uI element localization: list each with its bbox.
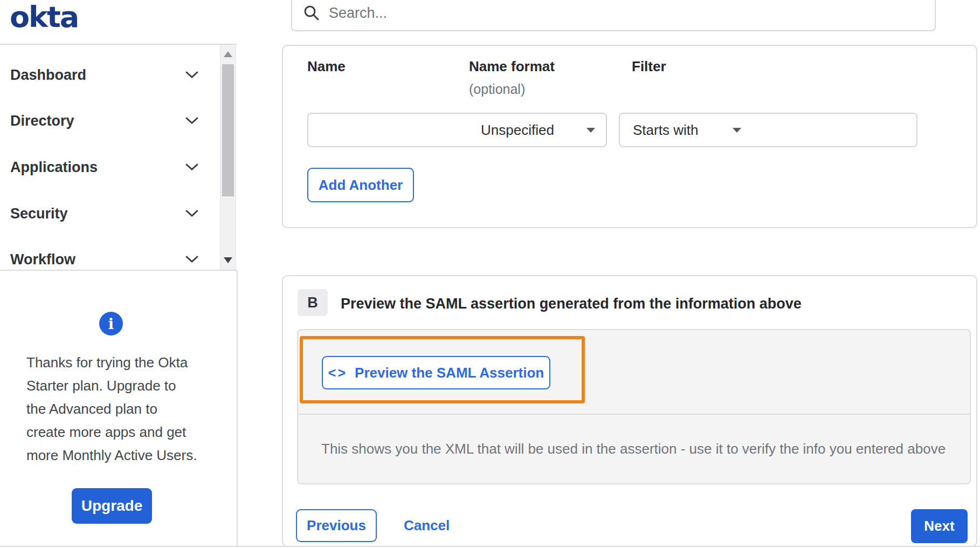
attribute-statements-card: Name Name format (optional) Filter Unspe… <box>282 45 977 228</box>
chevron-down-icon <box>185 117 199 125</box>
caret-down-icon <box>586 128 595 133</box>
code-icon: <> <box>328 365 347 381</box>
name-format-optional-label: (optional) <box>469 81 525 97</box>
chevron-down-icon <box>185 209 199 218</box>
sidebar-item-label: Dashboard <box>10 67 86 84</box>
sidebar-item-directory[interactable]: Directory <box>10 104 199 138</box>
filter-operator-selected-value: Starts with <box>633 122 698 139</box>
name-column-header: Name <box>307 58 346 75</box>
promo-line: the Advanced plan to <box>26 398 212 421</box>
section-b-badge: B <box>298 289 328 316</box>
filter-operator-select[interactable]: Starts with <box>619 113 753 147</box>
scroll-down-icon[interactable] <box>224 257 232 263</box>
preview-panel: <> Preview the SAML Assertion This shows… <box>297 329 971 484</box>
preview-caption: This shows you the XML that will be used… <box>298 441 946 457</box>
previous-button[interactable]: Previous <box>296 509 377 542</box>
chevron-down-icon <box>185 255 199 264</box>
promo-line: create more apps and get <box>26 421 212 444</box>
promo-line: Thanks for trying the Okta <box>26 351 212 374</box>
sidebar-item-label: Workflow <box>10 251 75 268</box>
chevron-down-icon <box>185 71 199 79</box>
filter-column-header: Filter <box>632 58 666 75</box>
section-heading: Preview the SAML assertion generated fro… <box>341 296 802 312</box>
sidebar-item-label: Applications <box>10 159 98 176</box>
promo-text: Thanks for trying the Okta Starter plan.… <box>26 351 212 467</box>
attribute-name-input[interactable] <box>307 113 469 147</box>
caret-down-icon <box>733 128 741 133</box>
name-format-selected-value: Unspecified <box>481 122 554 139</box>
scrollbar-thumb[interactable] <box>222 64 234 196</box>
okta-logo[interactable]: okta <box>10 0 78 34</box>
next-button[interactable]: Next <box>911 509 968 543</box>
filter-value-input[interactable] <box>752 113 917 147</box>
preview-saml-assertion-button[interactable]: <> Preview the SAML Assertion <box>322 356 550 389</box>
sidebar-item-security[interactable]: Security <box>10 196 199 231</box>
promo-line: more Monthly Active Users. <box>26 444 212 467</box>
preview-button-label: Preview the SAML Assertion <box>355 365 544 381</box>
preview-caption-zone: This shows you the XML that will be used… <box>298 414 970 483</box>
sidebar-item-applications[interactable]: Applications <box>10 150 199 184</box>
preview-saml-card: B Preview the SAML assertion generated f… <box>282 275 977 547</box>
sidebar-divider <box>237 271 238 546</box>
search-input[interactable] <box>320 0 935 30</box>
add-another-button[interactable]: Add Another <box>307 168 414 202</box>
sidebar-nav: Dashboard Directory Applications Securit… <box>0 44 237 271</box>
sidebar-item-label: Directory <box>10 113 74 129</box>
chevron-down-icon <box>185 163 199 172</box>
promo-line: Starter plan. Upgrade to <box>26 374 212 398</box>
sidebar-item-workflow[interactable]: Workflow <box>10 242 199 277</box>
sidebar-item-label: Security <box>10 206 68 222</box>
sidebar-scrollbar[interactable] <box>220 45 236 270</box>
name-format-column-header: Name format <box>469 58 555 75</box>
scroll-up-icon[interactable] <box>224 51 232 57</box>
sidebar-item-dashboard[interactable]: Dashboard <box>10 58 199 92</box>
window-bottom-divider <box>0 546 980 547</box>
global-search[interactable] <box>291 0 936 31</box>
search-icon <box>303 4 320 22</box>
info-icon: i <box>99 312 123 335</box>
cancel-link[interactable]: Cancel <box>404 509 450 542</box>
name-format-select[interactable]: Unspecified <box>468 113 607 147</box>
upgrade-button[interactable]: Upgrade <box>72 488 152 524</box>
